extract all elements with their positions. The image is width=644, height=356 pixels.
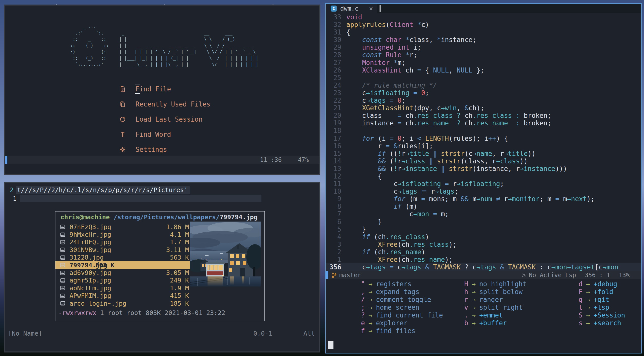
file-size: 3.11 M bbox=[166, 246, 189, 254]
file-name: 24LrDFQ.jpg bbox=[70, 238, 111, 246]
image-file-icon bbox=[60, 285, 66, 291]
whichkey-binding-h: h→split below bbox=[462, 288, 527, 296]
window-dashboard: _ ... .:' `:. _ __ ___ :: _ :: | | \ \ /… bbox=[4, 5, 320, 175]
whichkey-binding-,: ,→expand tags bbox=[358, 288, 443, 296]
code-line[interactable]: 14 && (!r→class ‖ strstr(class, r→class)… bbox=[326, 157, 641, 165]
code-text: for (m = mons; m && m→num ≠ r→monitor; m… bbox=[346, 195, 595, 203]
code-text: unsigned int i; bbox=[346, 44, 421, 51]
line-number: 17 bbox=[326, 135, 346, 142]
code-line[interactable]: 1 XFree(ch.res_name); bbox=[326, 256, 641, 263]
code-line[interactable]: 29 unsigned int i; bbox=[326, 44, 641, 51]
menu-item-load-last-session[interactable]: Load Last Session bbox=[119, 112, 210, 127]
file-row[interactable]: 799794.jpg 803 K bbox=[55, 261, 190, 269]
binding-description: +fold bbox=[594, 288, 613, 296]
menu-item-find-word[interactable]: TFind Word bbox=[119, 127, 210, 142]
code-line[interactable]: 17 for (i = 0; i < LENGTH(rules); i++) { bbox=[326, 135, 641, 142]
binding-key: , bbox=[358, 288, 365, 296]
code-text: } bbox=[346, 226, 366, 233]
code-line[interactable]: 31{ bbox=[326, 28, 641, 36]
line-number: 1 bbox=[5, 195, 17, 202]
code-line[interactable]: 15 if ((!r→title ‖ strstr(c→name, r→titl… bbox=[326, 150, 641, 157]
file-size: 185 K bbox=[170, 300, 189, 307]
scroll-indicator: All bbox=[303, 330, 315, 337]
whichkey-binding-H: H→no highlight bbox=[462, 280, 527, 288]
code-line[interactable]: 21 XGetClassHint(dpy, c→win, &ch); bbox=[326, 104, 641, 112]
line-number: 13 bbox=[326, 165, 346, 172]
code-line[interactable]: 5 } bbox=[326, 226, 641, 233]
buffer-line-1[interactable]: 1 bbox=[5, 194, 319, 202]
arrow-icon: → bbox=[583, 319, 594, 327]
code-line[interactable]: 28 const Rule *r; bbox=[326, 51, 641, 59]
binding-description: split below bbox=[479, 288, 523, 296]
file-row[interactable]: APwFMIM.jpg 415 K bbox=[55, 292, 264, 300]
permission-details: 1 root root 803K 2021-03-01 23:22 bbox=[96, 309, 225, 316]
git-branch-icon bbox=[331, 272, 337, 278]
close-icon[interactable]: × bbox=[369, 5, 373, 12]
arrow-icon: → bbox=[583, 288, 594, 296]
code-line[interactable]: 33void bbox=[326, 13, 641, 21]
code-line[interactable]: 26 XClassHint ch = { NULL, NULL }; bbox=[326, 66, 641, 74]
code-line[interactable]: 12 { bbox=[326, 172, 641, 180]
code-line[interactable]: 7 c→mon = m; bbox=[326, 210, 641, 218]
code-line[interactable]: 20 class = ch.res_class ? ch.res_class :… bbox=[326, 112, 641, 119]
line-number: 14 bbox=[326, 157, 346, 165]
menu-item-recently-used-files[interactable]: Recently Used Files bbox=[119, 97, 210, 112]
code-line[interactable]: 19 instance = ch.res_name ? ch.res_name … bbox=[326, 119, 641, 127]
line-number: 21 bbox=[326, 104, 346, 112]
binding-description: +debug bbox=[594, 280, 617, 288]
code-line[interactable]: 8 if (m) bbox=[326, 203, 641, 210]
arrow-icon: → bbox=[365, 327, 376, 335]
code-line[interactable]: 4 if (ch.res_class) bbox=[326, 233, 641, 241]
code-line[interactable]: 24 /* rule matching */ bbox=[326, 82, 641, 89]
code-line[interactable]: 13 && (!r→instance ‖ strstr(instance, r→… bbox=[326, 165, 641, 172]
file-name: 30iNVBw.jpg bbox=[70, 246, 111, 254]
code-line[interactable]: 27 Monitor *m; bbox=[326, 59, 641, 66]
lsp-status: No Active Lsp bbox=[529, 272, 576, 279]
file-row[interactable]: arco-login~.jpg185 K bbox=[55, 300, 264, 307]
code-text: XGetClassHint(dpy, c→win, &ch); bbox=[346, 104, 484, 112]
line-number: 31 bbox=[326, 28, 346, 36]
code-line[interactable]: 3 XFree(ch.res_class); bbox=[326, 241, 641, 248]
code-line[interactable]: 356 c→tags = c→tags & TAGMASK ? c→tags &… bbox=[326, 263, 641, 271]
line-number: 23 bbox=[326, 89, 346, 97]
code-line[interactable]: 23 c→isfloating = 0; bbox=[326, 89, 641, 97]
code-line[interactable]: 9 for (m = mons; m && m→num ≠ r→monitor;… bbox=[326, 195, 641, 203]
binding-key: e bbox=[358, 319, 365, 327]
code-line[interactable]: 25 bbox=[326, 74, 641, 82]
code-text: && (!r→instance ‖ strstr(instance, r→ins… bbox=[346, 165, 567, 172]
permission-bits: -rwxrwxrwx bbox=[58, 309, 96, 316]
buffer-line-2[interactable]: 2 t///s/P//2/h/c/.l/s/n/s/p/p/s/r/r/s/Pi… bbox=[5, 186, 319, 194]
code-line[interactable]: 2 if (ch.res_name) bbox=[326, 248, 641, 256]
tab-dwm-c[interactable]: C dwm.c × bbox=[326, 4, 377, 13]
line-number: 15 bbox=[326, 150, 346, 157]
buffer-name: [No Name] bbox=[8, 330, 42, 337]
code-line[interactable]: 30 const char *class, *instance; bbox=[326, 36, 641, 44]
code-line[interactable]: 11 c→isfloating = r→isfloating; bbox=[326, 180, 641, 188]
whichkey-binding-F: F→+fold bbox=[576, 288, 625, 296]
code-line[interactable]: 16 r = &rules[i]; bbox=[326, 142, 641, 150]
binding-key: g bbox=[576, 296, 583, 304]
arrow-icon: → bbox=[583, 304, 594, 311]
code-line[interactable]: 18 bbox=[326, 127, 641, 134]
code-text: c→isfloating = 0; bbox=[346, 89, 429, 97]
line-number: 28 bbox=[326, 51, 346, 59]
code-text: const Rule *r; bbox=[346, 51, 417, 59]
arrow-icon: → bbox=[583, 311, 594, 319]
code-line[interactable]: 32applyrules(Client *c) bbox=[326, 21, 641, 28]
code-line[interactable]: 6 } bbox=[326, 218, 641, 226]
whichkey-binding-.: .→+emmet bbox=[462, 311, 527, 319]
menu-item-settings[interactable]: Settings bbox=[119, 142, 210, 157]
line-highlight bbox=[20, 195, 261, 202]
file-size: 803 K bbox=[92, 262, 114, 269]
arrow-icon: → bbox=[365, 311, 376, 319]
code-line[interactable]: 10 c→tags ⊨ r→tags; bbox=[326, 188, 641, 195]
line-number: 10 bbox=[326, 188, 346, 195]
menu-item-find-file[interactable]: Find File bbox=[119, 82, 210, 97]
cursor-position: 356 : 1 bbox=[585, 272, 610, 279]
letter-t-icon: T bbox=[119, 131, 126, 138]
whichkey-binding-g: g→+git bbox=[576, 296, 625, 304]
file-name: aghr5Ip.jpg bbox=[70, 277, 111, 284]
binding-description: comment toggle bbox=[376, 296, 431, 304]
code-line[interactable]: 22 c→tags = 0; bbox=[326, 97, 641, 104]
line-number: 5 bbox=[326, 226, 346, 233]
